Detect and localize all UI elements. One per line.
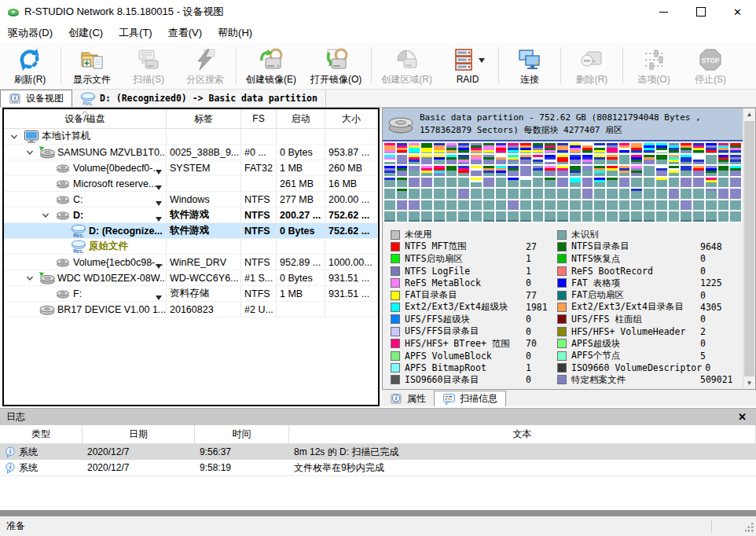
device-size: 16 MB bbox=[325, 176, 378, 191]
raid-button[interactable]: RAID bbox=[439, 42, 496, 89]
device-row-11[interactable]: BR17 DEVICE V1.00 1....20160823#2 U... bbox=[4, 302, 378, 318]
refresh-icon bbox=[17, 47, 42, 72]
create-region-button: 创建区域(R) bbox=[374, 42, 439, 89]
menu-item-3[interactable]: 查看(V) bbox=[160, 23, 210, 43]
log-row-0[interactable]: i系统2020/12/79:56:378m 12s 的 D: 扫描已完成 bbox=[0, 444, 756, 460]
device-row-9[interactable]: WDC WD10EZEX-08W...WD-WCC6Y6...#1 S...0 … bbox=[4, 270, 378, 286]
device-row-8[interactable]: Volume{1ecb0c98-...WinRE_DRVNTFS952.89 .… bbox=[4, 255, 378, 270]
connect-button[interactable]: 连接 bbox=[501, 42, 558, 89]
dropdown-caret-icon[interactable] bbox=[479, 54, 485, 65]
legend-value: 1225 bbox=[700, 277, 722, 288]
delete-button: 删除(R) bbox=[563, 42, 620, 89]
resize-grip-icon[interactable] bbox=[745, 523, 754, 534]
scan-block bbox=[421, 166, 432, 176]
scan-block bbox=[693, 189, 704, 199]
legend-value: 77 bbox=[526, 290, 537, 301]
show-files-button[interactable]: 显示文件 bbox=[64, 42, 120, 89]
scan-block bbox=[545, 200, 556, 211]
device-size: 1000.00... bbox=[325, 255, 378, 270]
scan-block bbox=[520, 143, 531, 153]
raid-label: RAID bbox=[457, 74, 479, 85]
log-column-header-1[interactable]: 日期 bbox=[83, 425, 195, 443]
right-panel-tab-bar: i属性扫描信息 bbox=[382, 390, 756, 406]
scan-block bbox=[730, 155, 741, 165]
menu-item-1[interactable]: 创建(C) bbox=[61, 23, 111, 43]
create-region-icon bbox=[395, 47, 420, 72]
scan-block bbox=[582, 155, 593, 165]
scan-block bbox=[496, 189, 507, 199]
column-header-2[interactable]: FS bbox=[241, 109, 277, 128]
scan-block bbox=[607, 143, 618, 153]
volume-dropdown-icon[interactable] bbox=[156, 182, 162, 191]
legend-label: UFS/FFS超级块 bbox=[405, 314, 523, 325]
legend-swatch bbox=[557, 351, 567, 361]
menu-item-2[interactable]: 工具(T) bbox=[111, 23, 160, 43]
scrollbar-thumb[interactable] bbox=[744, 121, 754, 376]
volume-dropdown-icon[interactable] bbox=[156, 292, 162, 301]
scan-block bbox=[706, 200, 717, 211]
scan-block bbox=[496, 143, 507, 153]
device-row-5[interactable]: D:软件游戏NTFS200.27 ...752.62 ... bbox=[4, 207, 378, 223]
scan-panel-scrollbar[interactable]: ▲ ▼ bbox=[743, 108, 755, 389]
open-image-button[interactable]: 打开镜像(O) bbox=[303, 42, 369, 89]
open-image-label: 打开镜像(O) bbox=[310, 73, 361, 86]
device-row-3[interactable]: Microsoft reserve...261 MB16 MB bbox=[4, 176, 378, 192]
legend-label: APFS个节点 bbox=[571, 350, 697, 362]
scan-block bbox=[508, 189, 519, 199]
device-row-2[interactable]: Volume{0bedecf0-...SYSTEMFAT321 MB260 MB bbox=[4, 160, 378, 176]
scan-block bbox=[434, 189, 445, 199]
tab-partition[interactable]: Rec.D: (Recognized0) -> Basic data parti… bbox=[72, 90, 326, 107]
tab-properties[interactable]: i属性 bbox=[382, 391, 434, 406]
log-close-button[interactable]: ✕ bbox=[735, 412, 750, 422]
maximize-button[interactable] bbox=[682, 0, 719, 24]
scan-block bbox=[631, 155, 642, 165]
log-column-header-0[interactable]: 类型 bbox=[0, 425, 83, 443]
legend-label: APFS BitmapRoot bbox=[405, 362, 523, 373]
legend-swatch bbox=[391, 266, 400, 276]
log-row-1[interactable]: i系统2020/12/79:58:19文件枚举在9秒内完成 bbox=[0, 460, 756, 476]
volume-dropdown-icon[interactable] bbox=[156, 260, 162, 270]
volume-dropdown-icon[interactable] bbox=[156, 166, 162, 175]
scan-block bbox=[570, 166, 581, 176]
scroll-down-icon[interactable]: ▼ bbox=[743, 377, 755, 389]
column-header-4[interactable]: 大小 bbox=[325, 109, 378, 128]
menu-item-4[interactable]: 帮助(H) bbox=[210, 23, 260, 43]
scan-block bbox=[409, 200, 420, 211]
device-row-4[interactable]: C:WindowsNTFS277 MB200.00 ... bbox=[4, 192, 378, 207]
tab-scan-info[interactable]: 扫描信息 bbox=[434, 391, 506, 406]
svg-text:Rec.: Rec. bbox=[73, 233, 84, 238]
device-row-7[interactable]: Rec.原始文件 bbox=[4, 239, 378, 255]
volume-dropdown-icon[interactable] bbox=[156, 197, 162, 207]
expander-icon[interactable] bbox=[23, 274, 37, 282]
device-row-6[interactable]: Rec.D: (Recognize...软件游戏NTFS0 Bytes752.6… bbox=[4, 223, 378, 239]
expander-icon[interactable] bbox=[23, 149, 37, 156]
create-image-button[interactable]: 创建镜像(E) bbox=[239, 42, 303, 89]
column-header-3[interactable]: 启动 bbox=[277, 109, 325, 128]
device-row-1[interactable]: SAMSUNG MZVLB1T0...0025_388B_9...#0 ...0… bbox=[4, 145, 378, 160]
device-row-0[interactable]: 本地计算机 bbox=[4, 129, 378, 145]
minimize-button[interactable] bbox=[645, 0, 682, 24]
legend-swatch bbox=[391, 327, 400, 336]
scan-block bbox=[619, 189, 630, 199]
log-column-header-2[interactable]: 时间 bbox=[195, 425, 289, 443]
scan-block bbox=[483, 200, 494, 211]
column-header-0[interactable]: 设备/磁盘 bbox=[4, 109, 167, 128]
log-column-header-3[interactable]: 文本 bbox=[289, 425, 756, 443]
scroll-up-icon[interactable]: ▲ bbox=[743, 108, 755, 120]
volume-dropdown-icon[interactable] bbox=[156, 213, 162, 222]
scan-block bbox=[693, 211, 704, 222]
legend-item: 未识别 bbox=[557, 229, 743, 240]
menu-item-0[interactable]: 驱动器(D) bbox=[0, 23, 61, 43]
close-button[interactable]: ✕ bbox=[719, 0, 756, 24]
legend-value: 0 bbox=[705, 362, 710, 373]
column-header-1[interactable]: 标签 bbox=[167, 109, 241, 128]
close-icon: ✕ bbox=[733, 7, 742, 17]
refresh-button[interactable]: 刷新(R) bbox=[2, 42, 58, 89]
scan-block bbox=[582, 211, 593, 222]
expander-icon[interactable] bbox=[7, 133, 21, 141]
expander-icon[interactable] bbox=[39, 211, 53, 219]
device-row-10[interactable]: F:资料存储NTFS1 MB931.51 ... bbox=[4, 286, 378, 302]
scan-block bbox=[718, 200, 729, 211]
log-table-header: 类型日期时间文本 bbox=[0, 425, 756, 444]
tab-device-view[interactable]: i设备视图 bbox=[0, 90, 72, 107]
